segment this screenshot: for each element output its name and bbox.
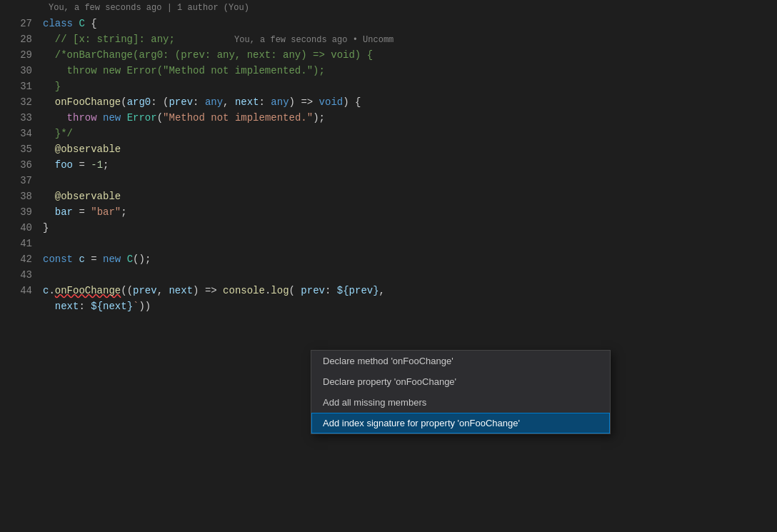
code-line-40: 40 } (0, 220, 777, 236)
line-num-28: 28 (0, 34, 39, 45)
code-line-27: 27 class C { (0, 16, 777, 31)
code-line-45: next: ${next}`)) (0, 298, 777, 314)
code-line-29: 29 /*onBarChange(arg0: (prev: any, next:… (0, 47, 777, 63)
code-line-42: 42 const c = new C(); (0, 251, 777, 267)
line-content-31: } (39, 81, 777, 92)
line-num-30: 30 (0, 65, 39, 76)
menu-item-declare-method[interactable]: Declare method 'onFooChange' (311, 351, 610, 371)
line-num-41: 41 (0, 238, 39, 249)
line-num-38: 38 (0, 191, 39, 202)
line-num-27: 27 (0, 18, 39, 29)
code-area: 27 class C { 28 // [x: string]: any; You… (0, 16, 777, 532)
line-content-40: } (39, 222, 777, 234)
line-num-36: 36 (0, 159, 39, 171)
line-content-45: next: ${next}`)) (39, 301, 777, 312)
line-num-43: 43 (0, 269, 39, 281)
editor: You, a few seconds ago | 1 author (You) … (0, 0, 777, 532)
line-content-30: throw new Error("Method not implemented.… (39, 65, 777, 76)
code-line-37: 37 (0, 173, 777, 189)
line-content-36: foo = -1; (39, 159, 777, 171)
menu-item-declare-property[interactable]: Declare property 'onFooChange' (311, 371, 610, 392)
line-content-42: const c = new C(); (39, 254, 777, 265)
line-content-38: @observable (39, 191, 777, 202)
code-line-31: 31 } (0, 79, 777, 94)
line-num-34: 34 (0, 128, 39, 139)
line-content-34: }*/ (39, 128, 777, 139)
line-content-35: @observable (39, 144, 777, 155)
code-line-34: 34 }*/ (0, 126, 777, 141)
menu-item-add-all-members[interactable]: Add all missing members (311, 392, 610, 413)
line-num-31: 31 (0, 81, 39, 92)
code-line-43: 43 (0, 267, 777, 283)
line-num-32: 32 (0, 96, 39, 108)
line-content-44: c.onFooChange((prev, next) => console.lo… (39, 285, 777, 296)
code-line-28: 28 // [x: string]: any; You, a few secon… (0, 31, 777, 47)
menu-item-add-index-signature[interactable]: Add index signature for property 'onFooC… (311, 413, 610, 433)
line-num-42: 42 (0, 254, 39, 265)
code-line-32: 32 onFooChange(arg0: (prev: any, next: a… (0, 94, 777, 110)
context-menu: Declare method 'onFooChange' Declare pro… (311, 350, 611, 434)
code-line-39: 39 bar = "bar"; (0, 204, 777, 220)
git-blame-text: You, a few seconds ago | 1 author (You) (49, 3, 249, 13)
line-content-39: bar = "bar"; (39, 206, 777, 218)
code-line-35: 35 @observable (0, 141, 777, 157)
code-line-33: 33 throw new Error("Method not implement… (0, 110, 777, 126)
line-num-29: 29 (0, 49, 39, 61)
line-num-33: 33 (0, 112, 39, 124)
line-num-37: 37 (0, 175, 39, 186)
code-line-41: 41 (0, 236, 777, 251)
code-line-44: 44 c.onFooChange((prev, next) => console… (0, 283, 777, 298)
line-content-29: /*onBarChange(arg0: (prev: any, next: an… (39, 49, 777, 61)
line-num-35: 35 (0, 144, 39, 155)
code-line-38: 38 @observable (0, 189, 777, 204)
line-content-33: throw new Error("Method not implemented.… (39, 112, 777, 124)
line-num-44: 44 (0, 285, 39, 296)
code-line-36: 36 foo = -1; (0, 157, 777, 173)
line-content-27: class C { (39, 18, 777, 29)
code-line-30: 30 throw new Error("Method not implement… (0, 63, 777, 79)
line-num-39: 39 (0, 206, 39, 218)
line-num-40: 40 (0, 222, 39, 234)
git-blame-header: You, a few seconds ago | 1 author (You) (43, 0, 777, 16)
line-content-28: // [x: string]: any; You, a few seconds … (39, 34, 777, 45)
line-content-32: onFooChange(arg0: (prev: any, next: any)… (39, 96, 777, 108)
